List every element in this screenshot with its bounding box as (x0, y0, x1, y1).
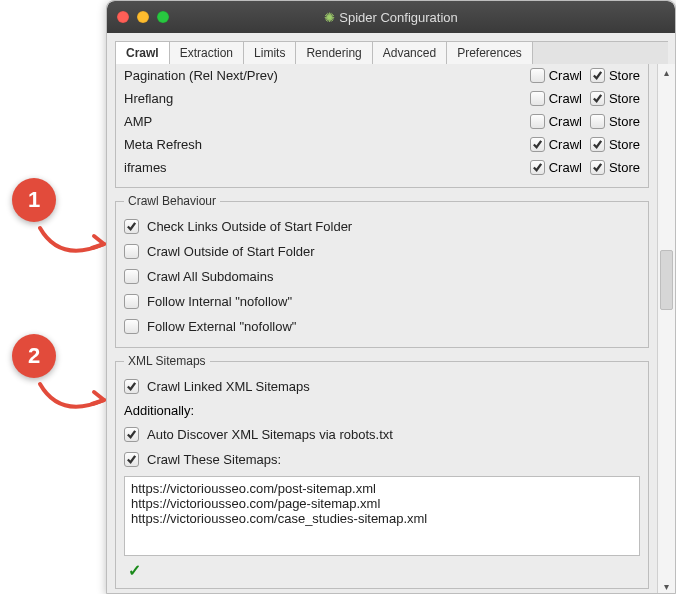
store-label: Store (609, 137, 640, 152)
vertical-scrollbar[interactable]: ▴ ▾ (657, 64, 675, 594)
titlebar: ✺Spider Configuration (107, 1, 675, 33)
crawl-checkbox[interactable] (530, 160, 545, 175)
store-checkbox[interactable] (590, 137, 605, 152)
behaviour-checkbox[interactable] (124, 319, 139, 334)
crawl-checkbox[interactable] (530, 68, 545, 83)
store-checkbox[interactable] (590, 91, 605, 106)
crawl-checkbox[interactable] (530, 137, 545, 152)
auto-discover-label: Auto Discover XML Sitemaps via robots.tx… (147, 427, 393, 442)
store-label: Store (609, 160, 640, 175)
zoom-window-button[interactable] (157, 11, 169, 23)
tab-preferences[interactable]: Preferences (446, 41, 533, 64)
link-row-label: iframes (124, 160, 522, 175)
store-checkbox[interactable] (590, 68, 605, 83)
crawl-these-label: Crawl These Sitemaps: (147, 452, 281, 467)
crawl-label: Crawl (549, 160, 582, 175)
crawl-these-checkbox[interactable] (124, 452, 139, 467)
tab-crawl[interactable]: Crawl (115, 41, 170, 64)
crawl-tab-content: Pagination (Rel Next/Prev)CrawlStoreHref… (107, 64, 657, 594)
crawl-behaviour-item: Check Links Outside of Start Folder (124, 214, 640, 239)
behaviour-checkbox[interactable] (124, 294, 139, 309)
config-window: ✺Spider Configuration CrawlExtractionLim… (106, 0, 676, 594)
crawl-behaviour-group: Crawl Behaviour Check Links Outside of S… (115, 194, 649, 348)
tab-filler (532, 41, 668, 64)
content-wrap: Pagination (Rel Next/Prev)CrawlStoreHref… (107, 64, 675, 594)
annotation-arrow-1 (30, 218, 120, 268)
behaviour-label: Check Links Outside of Start Folder (147, 219, 352, 234)
crawl-label: Crawl (549, 137, 582, 152)
annotation-badge-1: 1 (12, 178, 56, 222)
link-row: Pagination (Rel Next/Prev)CrawlStore (124, 64, 640, 87)
crawl-behaviour-legend: Crawl Behaviour (124, 194, 220, 208)
spider-icon: ✺ (324, 10, 335, 25)
behaviour-checkbox[interactable] (124, 219, 139, 234)
link-row-label: Hreflang (124, 91, 522, 106)
link-row: AMPCrawlStore (124, 110, 640, 133)
window-controls (117, 11, 169, 23)
behaviour-label: Follow Internal "nofollow" (147, 294, 292, 309)
validate-icon: ✓ (124, 559, 640, 580)
close-window-button[interactable] (117, 11, 129, 23)
additionally-label: Additionally: (124, 399, 640, 422)
tab-extraction[interactable]: Extraction (169, 41, 244, 64)
tab-advanced[interactable]: Advanced (372, 41, 447, 64)
links-group: Pagination (Rel Next/Prev)CrawlStoreHref… (115, 64, 649, 188)
crawl-label: Crawl (549, 114, 582, 129)
link-row: iframesCrawlStore (124, 156, 640, 179)
store-label: Store (609, 114, 640, 129)
scroll-track[interactable] (660, 80, 673, 578)
scroll-thumb[interactable] (660, 250, 673, 310)
auto-discover-row: Auto Discover XML Sitemaps via robots.tx… (124, 422, 640, 447)
store-label: Store (609, 91, 640, 106)
crawl-checkbox[interactable] (530, 114, 545, 129)
behaviour-label: Crawl Outside of Start Folder (147, 244, 315, 259)
tab-rendering[interactable]: Rendering (295, 41, 372, 64)
crawl-behaviour-item: Follow External "nofollow" (124, 314, 640, 339)
link-row-label: Pagination (Rel Next/Prev) (124, 68, 522, 83)
auto-discover-checkbox[interactable] (124, 427, 139, 442)
crawl-checkbox[interactable] (530, 91, 545, 106)
crawl-label: Crawl (549, 68, 582, 83)
behaviour-checkbox[interactable] (124, 269, 139, 284)
crawl-linked-xml-row: Crawl Linked XML Sitemaps (124, 374, 640, 399)
window-title: ✺Spider Configuration (107, 10, 675, 25)
crawl-linked-xml-label: Crawl Linked XML Sitemaps (147, 379, 310, 394)
behaviour-label: Follow External "nofollow" (147, 319, 296, 334)
crawl-these-row: Crawl These Sitemaps: (124, 447, 640, 472)
store-checkbox[interactable] (590, 160, 605, 175)
behaviour-checkbox[interactable] (124, 244, 139, 259)
crawl-label: Crawl (549, 91, 582, 106)
link-row-label: AMP (124, 114, 522, 129)
tab-limits[interactable]: Limits (243, 41, 296, 64)
scroll-down-arrow-icon[interactable]: ▾ (658, 578, 675, 594)
crawl-behaviour-item: Crawl All Subdomains (124, 264, 640, 289)
annotation-badge-2: 2 (12, 334, 56, 378)
xml-sitemaps-legend: XML Sitemaps (124, 354, 210, 368)
sitemaps-textarea[interactable] (124, 476, 640, 556)
link-row: Meta RefreshCrawlStore (124, 133, 640, 156)
link-row-label: Meta Refresh (124, 137, 522, 152)
link-row: HreflangCrawlStore (124, 87, 640, 110)
behaviour-label: Crawl All Subdomains (147, 269, 273, 284)
scroll-up-arrow-icon[interactable]: ▴ (658, 64, 675, 80)
xml-sitemaps-group: XML Sitemaps Crawl Linked XML Sitemaps A… (115, 354, 649, 589)
tab-bar: CrawlExtractionLimitsRenderingAdvancedPr… (107, 33, 675, 65)
annotation-arrow-2 (30, 374, 120, 424)
minimize-window-button[interactable] (137, 11, 149, 23)
store-checkbox[interactable] (590, 114, 605, 129)
crawl-linked-xml-checkbox[interactable] (124, 379, 139, 394)
window-title-text: Spider Configuration (339, 10, 458, 25)
crawl-behaviour-item: Follow Internal "nofollow" (124, 289, 640, 314)
crawl-behaviour-item: Crawl Outside of Start Folder (124, 239, 640, 264)
store-label: Store (609, 68, 640, 83)
